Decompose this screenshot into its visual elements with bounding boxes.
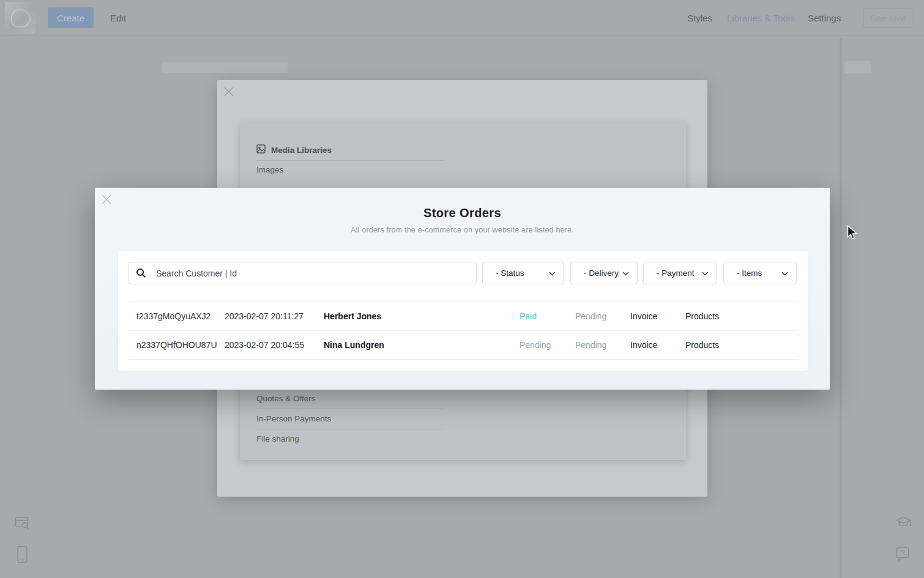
menu-item-quotes-offers[interactable]: Quotes & Offers: [256, 394, 316, 403]
store-orders-title: Store Orders: [95, 206, 830, 220]
divider: [256, 160, 444, 161]
order-products-link[interactable]: Products: [685, 331, 719, 360]
academy-button[interactable]: [895, 515, 912, 531]
svg-text:?: ?: [901, 549, 904, 557]
tab-edit[interactable]: Edit: [110, 13, 126, 23]
order-date: 2023-02-07 20:04:55: [225, 331, 304, 360]
filter-payment-label: - Payment: [657, 269, 695, 278]
divider: [129, 359, 797, 360]
order-delivery-status: Pending: [575, 331, 606, 360]
order-status: Pending: [520, 331, 551, 360]
order-invoice-link[interactable]: Invoice: [630, 302, 657, 331]
filter-payment-dropdown[interactable]: - Payment: [643, 262, 717, 284]
tab-settings[interactable]: Settings: [808, 13, 841, 23]
store-orders-subtitle: All orders from the e-commerce on your w…: [95, 226, 830, 234]
divider: [256, 429, 444, 429]
menu-item-file-sharing[interactable]: File sharing: [256, 434, 299, 443]
libraries-modal-close-button[interactable]: [223, 86, 235, 98]
chevron-down-icon: [622, 269, 629, 278]
order-customer: Herbert Jones: [324, 302, 381, 331]
chevron-down-icon: [781, 269, 788, 278]
mouse-cursor: [847, 225, 859, 243]
order-id: t2337gMoQyuAXJ2: [136, 302, 211, 331]
close-icon: [223, 89, 235, 100]
order-customer: Nina Lundgren: [324, 331, 384, 360]
top-toolbar: Create Edit Styles Libraries & Tools Set…: [0, 0, 924, 35]
filter-delivery-dropdown[interactable]: - Delivery: [570, 262, 638, 284]
filter-status-label: - Status: [496, 269, 524, 278]
order-date: 2023-02-07 20:11:27: [225, 302, 304, 331]
see-live-button[interactable]: See Live: [863, 8, 912, 28]
media-libraries-label: Media Libraries: [271, 146, 332, 155]
order-products-link[interactable]: Products: [685, 302, 719, 331]
tab-styles[interactable]: Styles: [687, 13, 712, 23]
filter-delivery-label: - Delivery: [584, 269, 619, 278]
app-screen: Create Edit Styles Libraries & Tools Set…: [0, 0, 924, 578]
media-libraries-section: Media Libraries: [256, 144, 332, 155]
divider: [256, 409, 444, 409]
filter-items-dropdown[interactable]: - Items: [723, 262, 797, 284]
search-icon: [136, 268, 146, 281]
menu-item-in-person-payments[interactable]: In-Person Payments: [256, 414, 331, 423]
help-button[interactable]: ?: [896, 547, 911, 563]
store-orders-close-button[interactable]: [100, 193, 113, 206]
orders-panel: - Status - Delivery - Payment: [118, 251, 808, 371]
order-status: Paid: [520, 302, 537, 331]
menu-item-images[interactable]: Images: [256, 165, 283, 174]
store-orders-modal: Store Orders All orders from the e-comme…: [95, 188, 830, 390]
chevron-down-icon: [702, 269, 709, 278]
site-search-preview-button[interactable]: [15, 516, 31, 532]
filter-items-label: - Items: [737, 269, 762, 278]
tab-libraries-tools[interactable]: Libraries & Tools: [727, 13, 795, 23]
graduation-cap-icon: [895, 515, 912, 531]
order-row: n2337QHfOHOU87U 2023-02-07 20:04:55 Nina…: [129, 330, 797, 359]
order-id: n2337QHfOHOU87U: [136, 331, 217, 360]
media-library-icon: [256, 144, 266, 155]
page-scrollbar[interactable]: [840, 38, 842, 578]
site-logo[interactable]: [5, 2, 35, 34]
order-search: [129, 262, 477, 284]
background-page-artifact: [162, 62, 288, 73]
background-page-artifact: [844, 61, 871, 73]
order-delivery-status: Pending: [575, 302, 606, 331]
search-customer-input[interactable]: [129, 262, 477, 284]
mobile-preview-button[interactable]: [17, 546, 29, 564]
create-button[interactable]: Create: [48, 7, 94, 28]
chevron-down-icon: [549, 269, 556, 278]
filter-status-dropdown[interactable]: - Status: [482, 262, 564, 284]
window-search-icon: [15, 516, 31, 532]
order-row: t2337gMoQyuAXJ2 2023-02-07 20:11:27 Herb…: [129, 302, 797, 330]
question-bubble-icon: ?: [896, 547, 911, 563]
order-invoice-link[interactable]: Invoice: [630, 331, 657, 360]
phone-icon: [17, 546, 29, 564]
